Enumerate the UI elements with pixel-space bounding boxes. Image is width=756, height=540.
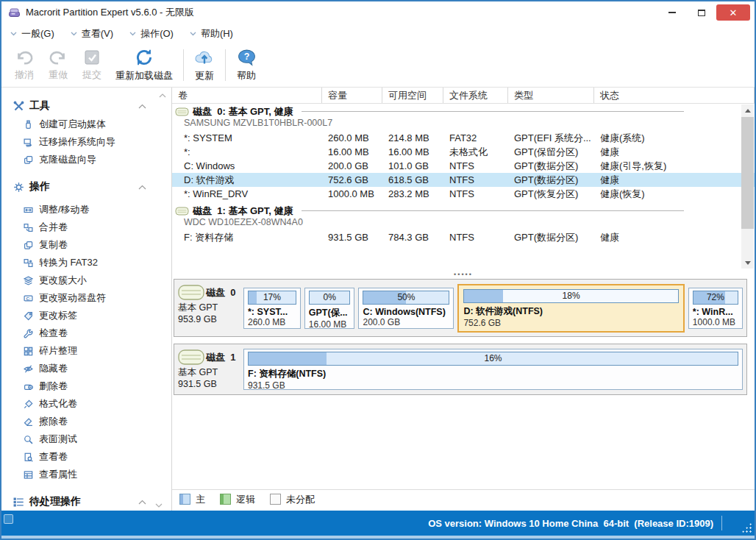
sidebar-item-1-0[interactable]: 调整/移动卷 <box>13 201 171 219</box>
statusbar-divider <box>721 516 722 530</box>
toolbar-button-3[interactable]: 重新加载磁盘 <box>109 43 179 87</box>
volume-row-0-1[interactable]: *:16.00 MB16.00 MB未格式化GPT(保留分区)健康 <box>172 145 755 159</box>
sidebar-item-1-10[interactable]: 删除卷 <box>13 377 171 395</box>
column-header-3[interactable]: 文件系统 <box>443 88 508 103</box>
sidebar-item-0-2[interactable]: 克隆磁盘向导 <box>13 151 171 168</box>
menu-item-3[interactable]: 帮助(H) <box>190 27 233 40</box>
usage-percent-label: 72% <box>693 292 738 302</box>
sidebar-item-label: 合并卷 <box>39 221 68 234</box>
sidebar-item-1-15[interactable]: 查看属性 <box>13 466 171 483</box>
disk-model-label: SAMSUNG MZVLB1T0HBLR-000L7 <box>172 118 755 129</box>
scrollbar-thumb[interactable] <box>741 117 754 229</box>
resize-move-icon <box>24 205 33 215</box>
volume-cell: *: SYSTEM <box>172 131 322 145</box>
close-button[interactable]: ✕ <box>716 4 750 21</box>
sidebar-section-items: 调整/移动卷合并卷复制卷转换为 FAT32更改簇大小C:更改驱动器盘符更改标签检… <box>13 201 171 483</box>
sidebar-item-1-12[interactable]: 擦除卷 <box>13 413 171 430</box>
disk-map-info-1[interactable]: 磁盘 1基本 GPT931.5 GB <box>178 347 240 391</box>
merge-volume-icon <box>24 223 33 232</box>
disk-map-info-0[interactable]: 磁盘 0基本 GPT953.9 GB <box>178 283 240 333</box>
disk-group-header-0[interactable]: 磁盘 0: 基本 GPT, 健康 <box>172 105 755 118</box>
menu-item-0[interactable]: 一般(G) <box>10 27 54 40</box>
volume-row-1-0[interactable]: F: 资料存储931.5 GB784.3 GBNTFSGPT(数据分区)健康 <box>172 230 755 244</box>
sidebar-item-1-11[interactable]: 格式化卷 <box>13 395 171 413</box>
partition-block-0-2[interactable]: 50%C: Windows(NTFS)200.0 GB <box>358 288 454 329</box>
maximize-button[interactable] <box>687 4 716 21</box>
menu-item-label: 操作(O) <box>140 27 174 40</box>
column-header-0[interactable]: 卷 <box>172 88 322 103</box>
volume-row-0-0[interactable]: *: SYSTEM260.0 MB214.8 MBFAT32GPT(EFI 系统… <box>172 131 755 145</box>
disk-drive-icon <box>175 206 189 216</box>
horizontal-splitter[interactable]: ••••• <box>172 270 755 279</box>
sidebar-item-1-2[interactable]: 复制卷 <box>13 236 171 254</box>
disk-size-label: 931.5 GB <box>178 378 240 390</box>
toolbar-button-7[interactable]: ?帮助 <box>229 43 263 87</box>
sidebar-item-0-0[interactable]: 创建可启动媒体 <box>13 116 171 133</box>
disk-group-header-1[interactable]: 磁盘 1: 基本 GPT, 健康 <box>172 205 755 217</box>
volume-row-0-2[interactable]: C: Windows200.0 GB101.0 GBNTFSGPT(数据分区)健… <box>172 159 755 173</box>
sidebar-section-header-1[interactable]: 操作 <box>13 177 171 196</box>
sidebar-item-1-14[interactable]: 查看卷 <box>13 448 171 466</box>
toolbar-button-1[interactable]: 重做 <box>41 43 75 87</box>
bootable-media-icon <box>24 120 33 129</box>
column-header-5[interactable]: 状态 <box>594 88 755 103</box>
scroll-down-arrow[interactable] <box>741 257 754 269</box>
disk-group-title: 磁盘 0: 基本 GPT, 健康 <box>193 105 293 118</box>
minimize-button[interactable] <box>657 4 687 21</box>
toolbar-button-0[interactable]: 撤消 <box>7 43 41 87</box>
toolbar-button-2[interactable]: 提交 <box>75 43 109 87</box>
sidebar-scroll-up-icon[interactable] <box>159 93 166 98</box>
sidebar-item-1-6[interactable]: 更改标签 <box>13 307 171 324</box>
column-header-1[interactable]: 容量 <box>322 88 382 103</box>
column-header-2[interactable]: 可用空间 <box>382 88 443 103</box>
sidebar-section-title: 待处理操作 <box>29 495 133 508</box>
partition-block-0-0[interactable]: 17%*: SYST...260.0 MB <box>243 288 301 329</box>
sidebar-item-1-1[interactable]: 合并卷 <box>13 219 171 236</box>
volume-cell: 16.00 MB <box>382 145 443 159</box>
volume-cell: 618.5 GB <box>382 173 443 187</box>
menu-item-2[interactable]: 操作(O) <box>129 27 174 40</box>
partition-block-0-1[interactable]: 0%GPT(保...16.00 MB <box>304 288 355 329</box>
volume-cell: 16.00 MB <box>322 145 382 159</box>
sidebar-section-header-0[interactable]: 工具 <box>13 96 171 116</box>
legend-swatch-unallocated <box>270 494 281 505</box>
menu-item-1[interactable]: 查看(V) <box>71 27 113 40</box>
sidebar-item-1-3[interactable]: 转换为 FAT32 <box>13 254 171 271</box>
sidebar-item-1-13[interactable]: 表面测试 <box>13 430 171 448</box>
sidebar-item-0-1[interactable]: 迁移操作系统向导 <box>13 133 171 151</box>
sidebar-section-header-2[interactable]: 待处理操作 <box>13 492 171 511</box>
collapse-chevron-icon[interactable] <box>138 104 146 109</box>
collapse-chevron-icon[interactable] <box>138 500 146 505</box>
sidebar-item-1-7[interactable]: 检查卷 <box>13 324 171 342</box>
sidebar-item-1-4[interactable]: 更改簇大小 <box>13 271 171 289</box>
partition-block-1-0[interactable]: 16%F: 资料存储(NTFS)931.5 GB <box>243 349 743 390</box>
legend-swatch-logical <box>220 494 231 505</box>
sidebar-section-2: 待处理操作 <box>13 492 171 511</box>
toolbar-button-5[interactable]: 更新 <box>188 43 221 87</box>
sidebar-item-1-9[interactable]: 隐藏卷 <box>13 360 171 377</box>
sidebar-section-0: 工具创建可启动媒体迁移操作系统向导克隆磁盘向导 <box>13 96 171 168</box>
sidebar-item-1-8[interactable]: 碎片整理 <box>13 342 171 360</box>
disk-size-label: 953.9 GB <box>178 313 240 325</box>
scroll-up-arrow[interactable] <box>741 104 754 116</box>
collapse-chevron-icon[interactable] <box>138 185 146 190</box>
window-title: Macrorit Partition Expert v5.6.0 - 无限版 <box>26 6 657 19</box>
disk-group-title: 磁盘 1: 基本 GPT, 健康 <box>193 205 293 218</box>
sidebar-item-label: 创建可启动媒体 <box>39 118 106 131</box>
table-scrollbar[interactable] <box>741 104 754 269</box>
volume-cell: 931.5 GB <box>322 230 382 244</box>
toolbar-button-label: 帮助 <box>237 69 256 82</box>
partition-block-0-3[interactable]: 18%D: 软件游戏(NTFS)752.6 GB <box>457 284 684 333</box>
volume-row-0-4[interactable]: *: WinRE_DRV1000.0 MB283.2 MBNTFSGPT(恢复分… <box>172 187 755 201</box>
usage-bar: 16% <box>248 352 738 366</box>
sidebar-scroll-down-icon[interactable] <box>155 503 163 508</box>
volume-row-0-3[interactable]: D: 软件游戏752.6 GB618.5 GBNTFSGPT(数据分区)健康 <box>172 173 755 187</box>
sidebar-section-title: 工具 <box>29 99 133 113</box>
partition-block-0-4[interactable]: 72%*: WinR...1000.0 MB <box>688 288 743 329</box>
toolbar-button-label: 更新 <box>195 69 214 82</box>
column-header-4[interactable]: 类型 <box>508 88 594 103</box>
volume-cell: 784.3 GB <box>382 230 443 244</box>
volume-cell: 健康 <box>594 173 755 187</box>
disk-name-label: 磁盘 0 <box>206 287 235 299</box>
sidebar-item-1-5[interactable]: C:更改驱动器盘符 <box>13 289 171 307</box>
